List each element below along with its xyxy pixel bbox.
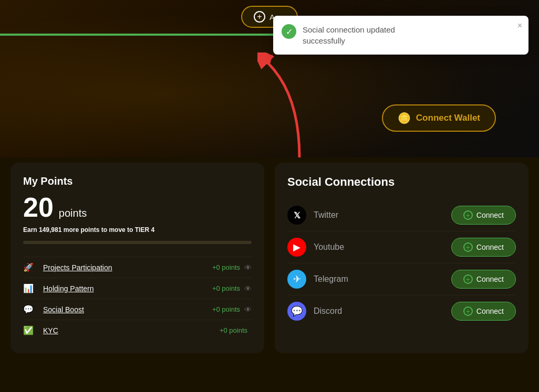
toast-check-icon: ✓ bbox=[282, 24, 296, 39]
points-item-kyc: ✅ KYC +0 points bbox=[23, 320, 252, 341]
points-card-title: My Points bbox=[23, 175, 252, 187]
youtube-logo: ▶ bbox=[287, 238, 306, 257]
social-item-telegram: ✈ Telegram + Connect bbox=[287, 263, 516, 295]
points-card: My Points 20 points Earn 149,981 more po… bbox=[11, 163, 264, 353]
youtube-plus-icon: + bbox=[463, 242, 473, 252]
discord-plus-icon: + bbox=[463, 306, 473, 316]
social-boost-icon: 💬 bbox=[23, 304, 38, 314]
points-item-social: 💬 Social Boost +0 points 👁 bbox=[23, 299, 252, 320]
plus-circle-icon: + bbox=[254, 11, 265, 23]
holding-icon: 📊 bbox=[23, 283, 38, 293]
discord-logo: 💬 bbox=[287, 302, 306, 321]
connect-wallet-label: Connect Wallet bbox=[416, 113, 480, 123]
telegram-connect-label: Connect bbox=[476, 275, 504, 283]
twitter-connect-button[interactable]: + Connect bbox=[451, 206, 516, 225]
twitter-connect-label: Connect bbox=[476, 211, 504, 219]
points-value-row: 20 points bbox=[23, 192, 252, 223]
holding-pattern-link[interactable]: Holding Pattern bbox=[43, 284, 212, 293]
points-label: points bbox=[59, 207, 87, 219]
toast-close-button[interactable]: × bbox=[517, 21, 522, 30]
points-item-holding: 📊 Holding Pattern +0 points 👁 bbox=[23, 278, 252, 299]
holding-points-value: +0 points bbox=[212, 284, 240, 292]
social-boost-points-value: +0 points bbox=[212, 305, 240, 313]
telegram-name: Telegram bbox=[314, 274, 444, 284]
youtube-name: Youtube bbox=[314, 242, 444, 252]
progress-bar-container bbox=[23, 241, 252, 244]
toast-notification: ✓ Social connection updated successfully… bbox=[273, 16, 528, 55]
social-item-youtube: ▶ Youtube + Connect bbox=[287, 231, 516, 263]
connect-wallet-button[interactable]: 🪙 Connect Wallet bbox=[382, 104, 496, 132]
discord-connect-button[interactable]: + Connect bbox=[451, 302, 516, 321]
telegram-logo: ✈ bbox=[287, 270, 306, 289]
twitter-plus-icon: + bbox=[463, 210, 473, 220]
tier-message: Earn 149,981 more points to move to TIER… bbox=[23, 226, 252, 234]
holding-eye-icon[interactable]: 👁 bbox=[244, 284, 252, 293]
social-boost-eye-icon[interactable]: 👁 bbox=[244, 305, 252, 314]
wallet-icon: 🪙 bbox=[398, 112, 411, 124]
youtube-connect-button[interactable]: + Connect bbox=[451, 238, 516, 257]
social-boost-link[interactable]: Social Boost bbox=[43, 305, 212, 314]
points-item-projects: 🚀 Projects Participation +0 points 👁 bbox=[23, 257, 252, 278]
kyc-points-value: +0 points bbox=[220, 326, 247, 334]
toast-message: Social connection updated successfully bbox=[303, 24, 395, 46]
tier-name: TIER 4 bbox=[135, 226, 154, 234]
main-content: My Points 20 points Earn 149,981 more po… bbox=[0, 163, 539, 353]
social-connections-title: Social Connections bbox=[287, 175, 516, 189]
projects-eye-icon[interactable]: 👁 bbox=[244, 263, 252, 272]
projects-points-value: +0 points bbox=[212, 263, 240, 271]
discord-name: Discord bbox=[314, 306, 444, 316]
twitter-logo: 𝕏 bbox=[287, 206, 306, 225]
discord-connect-label: Connect bbox=[476, 307, 504, 315]
projects-icon: 🚀 bbox=[23, 262, 38, 272]
telegram-connect-button[interactable]: + Connect bbox=[451, 270, 516, 289]
projects-participation-link[interactable]: Projects Participation bbox=[43, 263, 212, 272]
telegram-plus-icon: + bbox=[463, 274, 473, 284]
social-item-twitter: 𝕏 Twitter + Connect bbox=[287, 199, 516, 231]
twitter-name: Twitter bbox=[314, 210, 444, 220]
kyc-icon: ✅ bbox=[23, 325, 38, 335]
kyc-link[interactable]: KYC bbox=[43, 326, 220, 335]
youtube-connect-label: Connect bbox=[476, 243, 504, 251]
social-connections-card: Social Connections 𝕏 Twitter + Connect ▶… bbox=[275, 163, 528, 353]
points-number: 20 bbox=[23, 192, 54, 223]
social-item-discord: 💬 Discord + Connect bbox=[287, 295, 516, 327]
